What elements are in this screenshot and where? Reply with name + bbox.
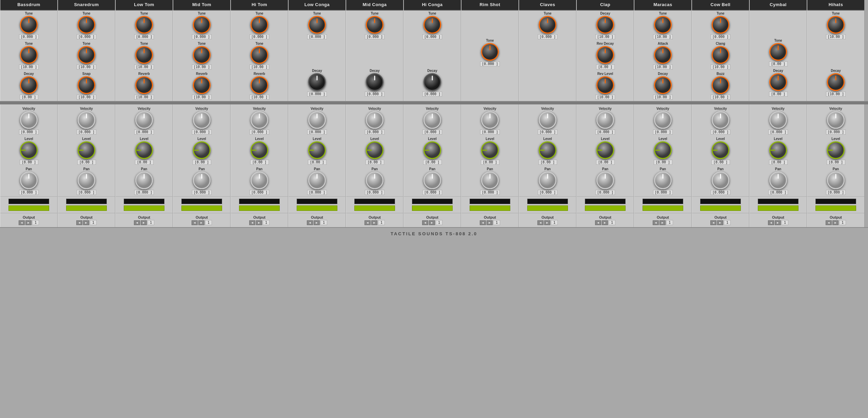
knob-tone[interactable] <box>78 46 95 64</box>
velocity-knob[interactable] <box>251 111 268 129</box>
velocity-knob[interactable] <box>193 111 211 129</box>
level-knob[interactable] <box>654 141 672 159</box>
output-prev-button[interactable]: ◄ <box>192 220 198 225</box>
output-prev-button[interactable]: ◄ <box>768 220 774 225</box>
knob-tune[interactable] <box>193 16 211 34</box>
output-next-button[interactable]: ► <box>832 220 839 225</box>
output-next-button[interactable]: ► <box>717 220 723 225</box>
knob-tone[interactable] <box>135 46 153 64</box>
velocity-knob[interactable] <box>596 111 614 129</box>
pan-knob[interactable] <box>78 172 95 189</box>
output-prev-button[interactable]: ◄ <box>307 220 313 225</box>
knob-tune[interactable] <box>20 16 38 34</box>
level-knob[interactable] <box>481 141 499 159</box>
level-knob[interactable] <box>193 141 211 159</box>
knob-tune[interactable] <box>135 16 153 34</box>
pan-knob[interactable] <box>20 172 38 189</box>
velocity-knob[interactable] <box>20 111 38 129</box>
knob-decay[interactable] <box>423 73 441 91</box>
output-prev-button[interactable]: ◄ <box>826 220 832 225</box>
knob-reverb[interactable] <box>193 76 211 94</box>
pan-knob[interactable] <box>769 172 787 189</box>
knob-tone[interactable] <box>20 46 38 64</box>
knob-tone[interactable] <box>193 46 211 64</box>
level-knob[interactable] <box>135 141 153 159</box>
knob-snap[interactable] <box>78 76 95 94</box>
knob-tune[interactable] <box>251 16 268 34</box>
velocity-knob[interactable] <box>135 111 153 129</box>
knob-rev-level[interactable] <box>596 76 614 94</box>
pan-knob[interactable] <box>308 172 326 189</box>
velocity-knob[interactable] <box>769 111 787 129</box>
output-prev-button[interactable]: ◄ <box>710 220 716 225</box>
velocity-knob[interactable] <box>308 111 326 129</box>
output-prev-button[interactable]: ◄ <box>480 220 486 225</box>
knob-tune[interactable] <box>308 16 326 34</box>
velocity-knob[interactable] <box>366 111 383 129</box>
velocity-knob[interactable] <box>481 111 499 129</box>
level-knob[interactable] <box>366 141 383 159</box>
output-next-button[interactable]: ► <box>198 220 204 225</box>
output-prev-button[interactable]: ◄ <box>19 220 25 225</box>
knob-decay[interactable] <box>654 76 672 94</box>
output-next-button[interactable]: ► <box>256 220 262 225</box>
pan-knob[interactable] <box>481 172 499 189</box>
output-next-button[interactable]: ► <box>544 220 550 225</box>
knob-decay[interactable] <box>20 76 38 94</box>
knob-tune[interactable] <box>712 16 729 34</box>
velocity-knob[interactable] <box>712 111 729 129</box>
output-prev-button[interactable]: ◄ <box>364 220 371 225</box>
pan-knob[interactable] <box>423 172 441 189</box>
output-prev-button[interactable]: ◄ <box>653 220 659 225</box>
knob-reverb[interactable] <box>135 76 153 94</box>
velocity-knob[interactable] <box>78 111 95 129</box>
pan-knob[interactable] <box>654 172 672 189</box>
velocity-knob[interactable] <box>423 111 441 129</box>
knob-decay[interactable] <box>827 73 845 91</box>
knob-rev-decay[interactable] <box>596 46 614 64</box>
knob-decay[interactable] <box>596 16 614 34</box>
pan-knob[interactable] <box>135 172 153 189</box>
level-knob[interactable] <box>423 141 441 159</box>
knob-tune[interactable] <box>539 16 556 34</box>
level-knob[interactable] <box>596 141 614 159</box>
output-prev-button[interactable]: ◄ <box>134 220 140 225</box>
output-next-button[interactable]: ► <box>429 220 435 225</box>
knob-attack[interactable] <box>654 46 672 64</box>
velocity-knob[interactable] <box>539 111 556 129</box>
output-prev-button[interactable]: ◄ <box>595 220 601 225</box>
knob-decay[interactable] <box>366 73 383 91</box>
knob-tune[interactable] <box>423 16 441 34</box>
knob-decay[interactable] <box>308 73 326 91</box>
knob-tune[interactable] <box>827 16 845 34</box>
level-knob[interactable] <box>78 141 95 159</box>
output-prev-button[interactable]: ◄ <box>249 220 255 225</box>
level-knob[interactable] <box>20 141 38 159</box>
velocity-knob[interactable] <box>827 111 845 129</box>
knob-tone[interactable] <box>481 43 499 61</box>
level-knob[interactable] <box>769 141 787 159</box>
level-knob[interactable] <box>827 141 845 159</box>
knob-tune[interactable] <box>366 16 383 34</box>
velocity-knob[interactable] <box>654 111 672 129</box>
level-knob[interactable] <box>712 141 729 159</box>
output-next-button[interactable]: ► <box>775 220 781 225</box>
knob-buzz[interactable] <box>712 76 729 94</box>
knob-tone[interactable] <box>251 46 268 64</box>
pan-knob[interactable] <box>193 172 211 189</box>
output-prev-button[interactable]: ◄ <box>76 220 82 225</box>
knob-clang[interactable] <box>712 46 729 64</box>
pan-knob[interactable] <box>251 172 268 189</box>
pan-knob[interactable] <box>712 172 729 189</box>
output-next-button[interactable]: ► <box>141 220 147 225</box>
knob-tune[interactable] <box>78 16 95 34</box>
output-next-button[interactable]: ► <box>314 220 320 225</box>
pan-knob[interactable] <box>596 172 614 189</box>
output-prev-button[interactable]: ◄ <box>422 220 428 225</box>
knob-tone[interactable] <box>769 43 787 61</box>
pan-knob[interactable] <box>827 172 845 189</box>
level-knob[interactable] <box>539 141 556 159</box>
output-next-button[interactable]: ► <box>83 220 89 225</box>
level-knob[interactable] <box>251 141 268 159</box>
knob-decay[interactable] <box>769 73 787 91</box>
